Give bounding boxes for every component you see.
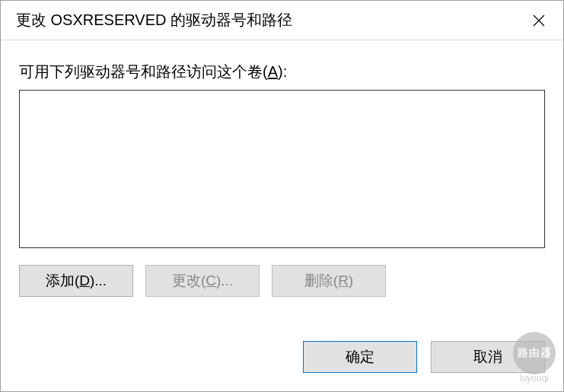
access-label-suffix: ): <box>278 63 287 80</box>
cancel-button[interactable]: 取消 <box>431 341 545 373</box>
add-button[interactable]: 添加(D)... <box>19 265 133 297</box>
remove-button-prefix: 删除( <box>304 271 338 291</box>
dialog-bottom-row: 确定 取消 <box>303 341 545 373</box>
remove-button-suffix: ) <box>349 272 353 289</box>
access-label: 可用下列驱动器号和路径访问这个卷(A): <box>19 62 545 82</box>
change-button-suffix: )... <box>216 272 233 289</box>
titlebar: 更改 OSXRESERVED 的驱动器号和路径 <box>1 1 563 40</box>
window-title: 更改 OSXRESERVED 的驱动器号和路径 <box>16 10 292 30</box>
dialog-content: 可用下列驱动器号和路径访问这个卷(A): 添加(D)... 更改(C)... 删… <box>1 40 563 297</box>
remove-button-hotkey: R <box>338 272 349 289</box>
change-button: 更改(C)... <box>145 265 260 297</box>
add-button-hotkey: D <box>79 272 90 289</box>
access-label-prefix: 可用下列驱动器号和路径访问这个卷( <box>19 63 268 80</box>
ok-button[interactable]: 确定 <box>303 341 417 373</box>
drive-paths-listbox[interactable] <box>19 90 545 248</box>
dialog-window: 更改 OSXRESERVED 的驱动器号和路径 可用下列驱动器号和路径访问这个卷… <box>0 0 564 392</box>
watermark-domain: luyouqi <box>520 373 549 384</box>
add-button-prefix: 添加( <box>46 271 79 291</box>
action-button-row: 添加(D)... 更改(C)... 删除(R) <box>19 265 545 297</box>
add-button-suffix: )... <box>90 272 107 289</box>
change-button-hotkey: C <box>206 272 216 289</box>
close-icon <box>533 14 545 27</box>
remove-button: 删除(R) <box>272 265 386 297</box>
close-button[interactable] <box>515 1 563 40</box>
change-button-prefix: 更改( <box>172 271 206 291</box>
access-label-hotkey: A <box>268 63 278 80</box>
